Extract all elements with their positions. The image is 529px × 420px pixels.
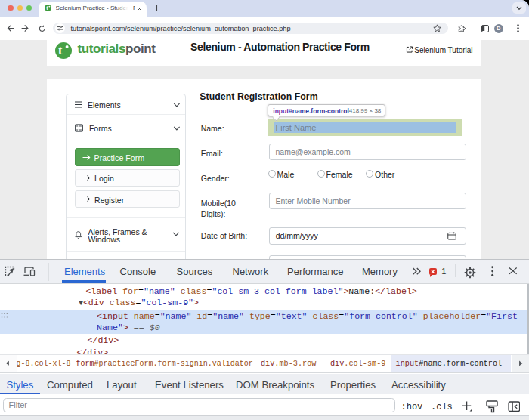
svg-text:t: t <box>58 44 63 57</box>
